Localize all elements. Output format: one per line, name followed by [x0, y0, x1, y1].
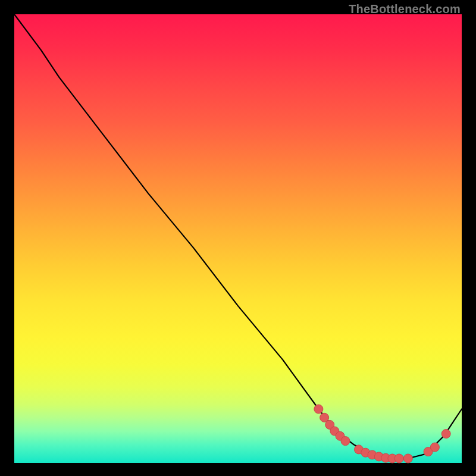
plot-area [14, 14, 462, 463]
marker-dot [314, 405, 323, 414]
marker-dot [403, 454, 412, 463]
marker-dot [341, 437, 350, 446]
marker-group [314, 405, 450, 463]
marker-dot [441, 430, 450, 439]
chart-frame: TheBottleneck.com [0, 0, 476, 476]
marker-dot [394, 454, 403, 463]
bottleneck-curve [14, 14, 462, 459]
marker-dot [430, 443, 439, 452]
chart-svg [14, 14, 462, 463]
